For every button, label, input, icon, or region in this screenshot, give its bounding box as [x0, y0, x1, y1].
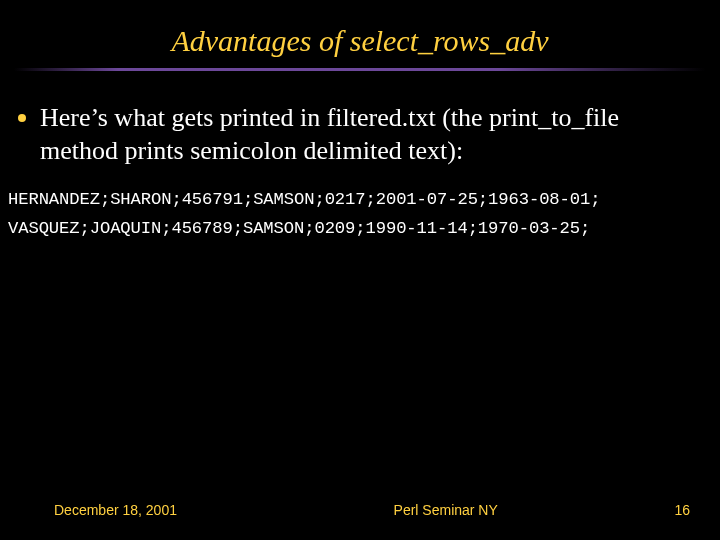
- slide-title: Advantages of select_rows_adv: [0, 0, 720, 68]
- footer-center: Perl Seminar NY: [177, 502, 674, 518]
- footer-date: December 18, 2001: [0, 502, 177, 518]
- slide-footer: December 18, 2001 Perl Seminar NY 16: [0, 502, 720, 518]
- bullet-text: Here’s what gets printed in filtered.txt…: [40, 101, 696, 168]
- title-underline: [14, 68, 706, 71]
- bullet-item: Here’s what gets printed in filtered.txt…: [0, 95, 720, 186]
- code-line: HERNANDEZ;SHARON;456791;SAMSON;0217;2001…: [0, 186, 720, 209]
- bullet-dot-icon: [18, 114, 26, 122]
- code-line: VASQUEZ;JOAQUIN;456789;SAMSON;0209;1990-…: [0, 209, 720, 238]
- footer-page-number: 16: [674, 502, 720, 518]
